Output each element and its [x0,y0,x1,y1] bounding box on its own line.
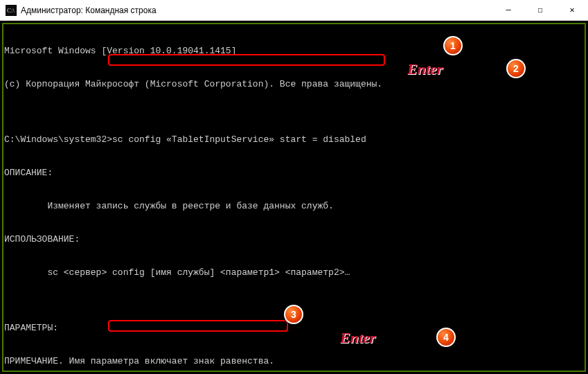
annotation-badge-2: 2 [506,59,526,78]
console-line: ИСПОЛЬЗОВАНИЕ: [4,234,584,245]
cmd-window: C:\ Администратор: Командная строка — ☐ … [0,0,588,374]
window-title: Администратор: Командная строка [21,6,492,15]
console-line: Изменяет запись службы в реестре и базе … [4,201,584,212]
window-controls: — ☐ ✕ [492,0,588,20]
enter-label-2: Enter [340,332,375,344]
console-area[interactable]: Microsoft Windows [Version 10.0.19041.14… [0,21,588,374]
command-input: sc config «TabletInputService» start = d… [112,134,366,145]
console-line: Microsoft Windows [Version 10.0.19041.14… [4,46,584,57]
svg-text:C:\: C:\ [7,7,15,14]
console-line: ОПИСАНИЕ: [4,168,584,179]
cmd-icon: C:\ [6,5,17,16]
annotation-badge-4: 4 [436,328,456,347]
console-line: ПАРАМЕТРЫ: [4,323,584,334]
console-line: ПРИМЕЧАНИЕ. Имя параметра включает знак … [4,356,584,367]
titlebar[interactable]: C:\ Администратор: Командная строка — ☐ … [0,0,588,21]
console-line: (c) Корпорация Майкрософт (Microsoft Cor… [4,79,584,90]
close-button[interactable]: ✕ [556,0,588,20]
console-line: sc <сервер> config [имя службы] <парамет… [4,267,584,278]
enter-label-1: Enter [407,64,443,75]
maximize-button[interactable]: ☐ [524,0,556,20]
console-line: C:\Windows\system32>sc config «TabletInp… [4,134,584,145]
annotation-badge-1: 1 [443,36,463,55]
prompt: C:\Windows\system32> [4,134,112,145]
annotation-badge-3: 3 [284,305,303,324]
minimize-button[interactable]: — [492,0,524,20]
